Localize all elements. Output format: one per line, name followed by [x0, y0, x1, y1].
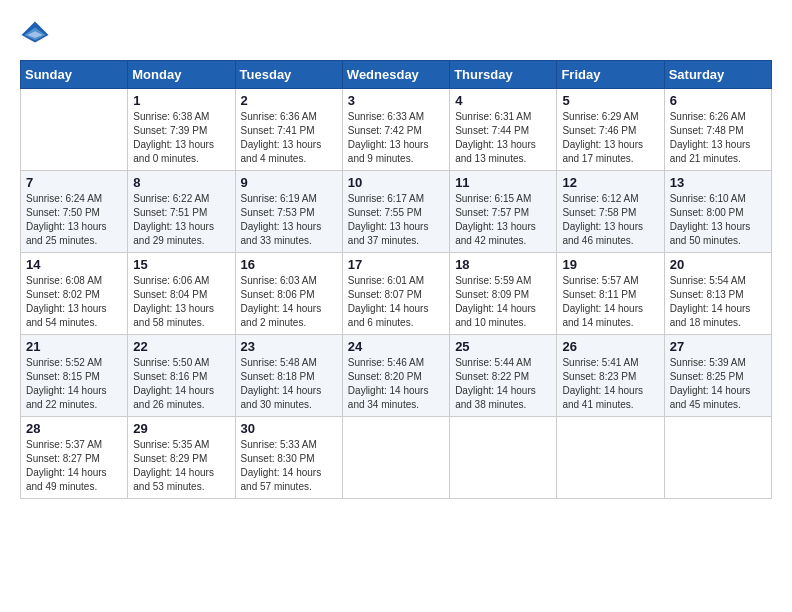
calendar-cell — [21, 89, 128, 171]
cell-day-number: 2 — [241, 93, 337, 108]
calendar-cell: 26Sunrise: 5:41 AMSunset: 8:23 PMDayligh… — [557, 335, 664, 417]
calendar-cell: 27Sunrise: 5:39 AMSunset: 8:25 PMDayligh… — [664, 335, 771, 417]
calendar-cell: 30Sunrise: 5:33 AMSunset: 8:30 PMDayligh… — [235, 417, 342, 499]
day-header-sunday: Sunday — [21, 61, 128, 89]
cell-sun-info: Sunrise: 6:26 AMSunset: 7:48 PMDaylight:… — [670, 110, 766, 166]
cell-sun-info: Sunrise: 6:29 AMSunset: 7:46 PMDaylight:… — [562, 110, 658, 166]
cell-sun-info: Sunrise: 5:52 AMSunset: 8:15 PMDaylight:… — [26, 356, 122, 412]
cell-sun-info: Sunrise: 6:22 AMSunset: 7:51 PMDaylight:… — [133, 192, 229, 248]
calendar-cell — [557, 417, 664, 499]
cell-day-number: 18 — [455, 257, 551, 272]
cell-sun-info: Sunrise: 5:46 AMSunset: 8:20 PMDaylight:… — [348, 356, 444, 412]
calendar-cell: 3Sunrise: 6:33 AMSunset: 7:42 PMDaylight… — [342, 89, 449, 171]
cell-day-number: 10 — [348, 175, 444, 190]
logo-icon — [20, 20, 50, 50]
calendar-cell: 24Sunrise: 5:46 AMSunset: 8:20 PMDayligh… — [342, 335, 449, 417]
calendar-cell: 28Sunrise: 5:37 AMSunset: 8:27 PMDayligh… — [21, 417, 128, 499]
calendar-cell: 7Sunrise: 6:24 AMSunset: 7:50 PMDaylight… — [21, 171, 128, 253]
cell-sun-info: Sunrise: 5:57 AMSunset: 8:11 PMDaylight:… — [562, 274, 658, 330]
cell-day-number: 22 — [133, 339, 229, 354]
day-header-wednesday: Wednesday — [342, 61, 449, 89]
cell-day-number: 27 — [670, 339, 766, 354]
calendar-week-row: 14Sunrise: 6:08 AMSunset: 8:02 PMDayligh… — [21, 253, 772, 335]
cell-sun-info: Sunrise: 5:44 AMSunset: 8:22 PMDaylight:… — [455, 356, 551, 412]
cell-sun-info: Sunrise: 6:31 AMSunset: 7:44 PMDaylight:… — [455, 110, 551, 166]
day-header-monday: Monday — [128, 61, 235, 89]
cell-day-number: 23 — [241, 339, 337, 354]
cell-day-number: 17 — [348, 257, 444, 272]
calendar-cell — [342, 417, 449, 499]
cell-day-number: 8 — [133, 175, 229, 190]
cell-sun-info: Sunrise: 6:17 AMSunset: 7:55 PMDaylight:… — [348, 192, 444, 248]
cell-day-number: 25 — [455, 339, 551, 354]
cell-sun-info: Sunrise: 5:37 AMSunset: 8:27 PMDaylight:… — [26, 438, 122, 494]
cell-day-number: 11 — [455, 175, 551, 190]
cell-day-number: 21 — [26, 339, 122, 354]
cell-day-number: 28 — [26, 421, 122, 436]
calendar-body: 1Sunrise: 6:38 AMSunset: 7:39 PMDaylight… — [21, 89, 772, 499]
day-header-saturday: Saturday — [664, 61, 771, 89]
calendar-cell: 14Sunrise: 6:08 AMSunset: 8:02 PMDayligh… — [21, 253, 128, 335]
cell-sun-info: Sunrise: 6:10 AMSunset: 8:00 PMDaylight:… — [670, 192, 766, 248]
calendar-week-row: 1Sunrise: 6:38 AMSunset: 7:39 PMDaylight… — [21, 89, 772, 171]
cell-day-number: 19 — [562, 257, 658, 272]
calendar-cell: 23Sunrise: 5:48 AMSunset: 8:18 PMDayligh… — [235, 335, 342, 417]
cell-sun-info: Sunrise: 6:15 AMSunset: 7:57 PMDaylight:… — [455, 192, 551, 248]
cell-day-number: 16 — [241, 257, 337, 272]
page-header — [20, 20, 772, 50]
day-header-friday: Friday — [557, 61, 664, 89]
calendar-cell: 4Sunrise: 6:31 AMSunset: 7:44 PMDaylight… — [450, 89, 557, 171]
cell-sun-info: Sunrise: 6:38 AMSunset: 7:39 PMDaylight:… — [133, 110, 229, 166]
cell-day-number: 13 — [670, 175, 766, 190]
cell-sun-info: Sunrise: 6:36 AMSunset: 7:41 PMDaylight:… — [241, 110, 337, 166]
cell-sun-info: Sunrise: 6:03 AMSunset: 8:06 PMDaylight:… — [241, 274, 337, 330]
cell-sun-info: Sunrise: 6:24 AMSunset: 7:50 PMDaylight:… — [26, 192, 122, 248]
cell-sun-info: Sunrise: 5:59 AMSunset: 8:09 PMDaylight:… — [455, 274, 551, 330]
calendar-header-row: SundayMondayTuesdayWednesdayThursdayFrid… — [21, 61, 772, 89]
cell-sun-info: Sunrise: 5:33 AMSunset: 8:30 PMDaylight:… — [241, 438, 337, 494]
calendar-cell: 17Sunrise: 6:01 AMSunset: 8:07 PMDayligh… — [342, 253, 449, 335]
calendar-cell: 8Sunrise: 6:22 AMSunset: 7:51 PMDaylight… — [128, 171, 235, 253]
cell-day-number: 14 — [26, 257, 122, 272]
cell-day-number: 15 — [133, 257, 229, 272]
calendar-cell — [664, 417, 771, 499]
day-header-tuesday: Tuesday — [235, 61, 342, 89]
calendar-cell: 22Sunrise: 5:50 AMSunset: 8:16 PMDayligh… — [128, 335, 235, 417]
calendar-cell: 5Sunrise: 6:29 AMSunset: 7:46 PMDaylight… — [557, 89, 664, 171]
cell-day-number: 24 — [348, 339, 444, 354]
calendar-cell — [450, 417, 557, 499]
cell-sun-info: Sunrise: 5:50 AMSunset: 8:16 PMDaylight:… — [133, 356, 229, 412]
calendar-cell: 12Sunrise: 6:12 AMSunset: 7:58 PMDayligh… — [557, 171, 664, 253]
calendar-cell: 21Sunrise: 5:52 AMSunset: 8:15 PMDayligh… — [21, 335, 128, 417]
cell-sun-info: Sunrise: 5:41 AMSunset: 8:23 PMDaylight:… — [562, 356, 658, 412]
cell-sun-info: Sunrise: 6:19 AMSunset: 7:53 PMDaylight:… — [241, 192, 337, 248]
calendar-week-row: 7Sunrise: 6:24 AMSunset: 7:50 PMDaylight… — [21, 171, 772, 253]
cell-sun-info: Sunrise: 5:48 AMSunset: 8:18 PMDaylight:… — [241, 356, 337, 412]
cell-day-number: 6 — [670, 93, 766, 108]
cell-sun-info: Sunrise: 6:33 AMSunset: 7:42 PMDaylight:… — [348, 110, 444, 166]
calendar-cell: 15Sunrise: 6:06 AMSunset: 8:04 PMDayligh… — [128, 253, 235, 335]
calendar-cell: 6Sunrise: 6:26 AMSunset: 7:48 PMDaylight… — [664, 89, 771, 171]
cell-day-number: 5 — [562, 93, 658, 108]
cell-sun-info: Sunrise: 6:06 AMSunset: 8:04 PMDaylight:… — [133, 274, 229, 330]
calendar-cell: 2Sunrise: 6:36 AMSunset: 7:41 PMDaylight… — [235, 89, 342, 171]
cell-day-number: 12 — [562, 175, 658, 190]
cell-sun-info: Sunrise: 5:54 AMSunset: 8:13 PMDaylight:… — [670, 274, 766, 330]
calendar-cell: 16Sunrise: 6:03 AMSunset: 8:06 PMDayligh… — [235, 253, 342, 335]
cell-day-number: 9 — [241, 175, 337, 190]
calendar-cell: 25Sunrise: 5:44 AMSunset: 8:22 PMDayligh… — [450, 335, 557, 417]
cell-day-number: 20 — [670, 257, 766, 272]
cell-sun-info: Sunrise: 5:39 AMSunset: 8:25 PMDaylight:… — [670, 356, 766, 412]
logo — [20, 20, 54, 50]
calendar-week-row: 28Sunrise: 5:37 AMSunset: 8:27 PMDayligh… — [21, 417, 772, 499]
calendar-cell: 11Sunrise: 6:15 AMSunset: 7:57 PMDayligh… — [450, 171, 557, 253]
cell-sun-info: Sunrise: 5:35 AMSunset: 8:29 PMDaylight:… — [133, 438, 229, 494]
calendar-table: SundayMondayTuesdayWednesdayThursdayFrid… — [20, 60, 772, 499]
cell-day-number: 4 — [455, 93, 551, 108]
calendar-cell: 9Sunrise: 6:19 AMSunset: 7:53 PMDaylight… — [235, 171, 342, 253]
day-header-thursday: Thursday — [450, 61, 557, 89]
cell-day-number: 1 — [133, 93, 229, 108]
cell-day-number: 29 — [133, 421, 229, 436]
calendar-cell: 1Sunrise: 6:38 AMSunset: 7:39 PMDaylight… — [128, 89, 235, 171]
cell-day-number: 26 — [562, 339, 658, 354]
